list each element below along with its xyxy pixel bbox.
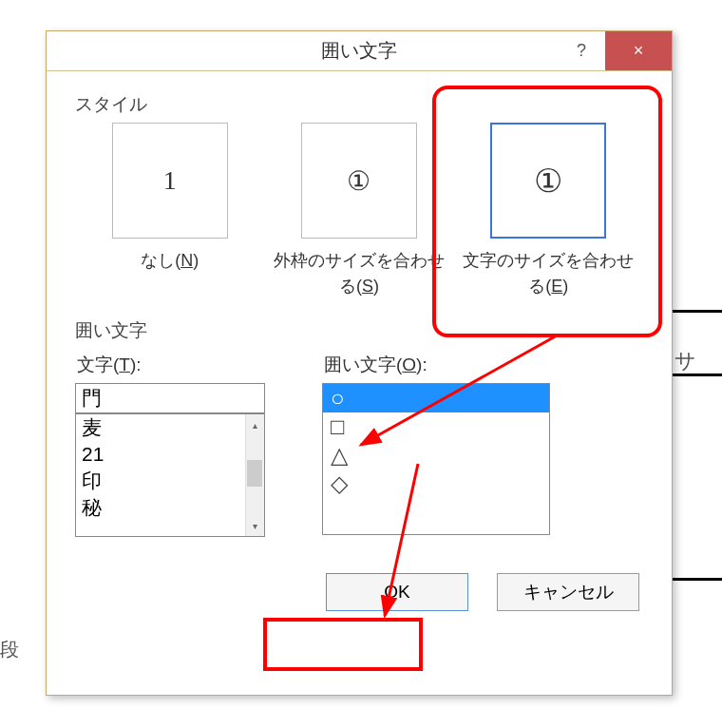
enclosure-option-circle[interactable]: ○ (323, 384, 549, 412)
scroll-down-icon[interactable]: ▾ (246, 515, 264, 536)
annotation-highlight (432, 86, 662, 337)
background-text: 段 (0, 637, 19, 662)
style-preview-shrink: ① (301, 123, 417, 239)
annotation-highlight (263, 618, 423, 671)
enclosure-field-label: 囲い文字(O): (322, 353, 560, 377)
titlebar: 囲い文字 ? × (47, 31, 672, 71)
style-preview-none: 1 (112, 123, 228, 239)
enclosure-option-square[interactable]: □ (323, 412, 549, 441)
text-field-label: 文字(T): (75, 353, 284, 377)
list-item[interactable]: 印 (76, 468, 264, 494)
style-option-none[interactable]: 1 なし(N) (80, 123, 260, 274)
style-caption: なし(N) (141, 248, 199, 274)
list-item[interactable]: 秘 (76, 494, 264, 521)
close-button[interactable]: × (605, 31, 672, 70)
background-line (665, 578, 722, 581)
style-caption: 外枠のサイズを合わせる(S) (269, 248, 449, 299)
scroll-thumb[interactable] (247, 460, 262, 487)
dialog-title: 囲い文字 (321, 38, 397, 64)
scrollbar[interactable]: ▴ ▾ (245, 414, 264, 536)
background-text: サ (674, 347, 696, 375)
ok-button[interactable]: OK (326, 573, 468, 611)
enclosure-list[interactable]: ○ □ △ ◇ (322, 383, 550, 535)
text-suggestions-list[interactable]: 麦 21 印 秘 ▴ ▾ (75, 413, 265, 537)
cancel-button[interactable]: キャンセル (497, 573, 639, 611)
scroll-up-icon[interactable]: ▴ (246, 414, 264, 435)
list-item[interactable]: 麦 (76, 414, 264, 441)
enclosure-option-diamond[interactable]: ◇ (323, 469, 549, 498)
enclosure-option-triangle[interactable]: △ (323, 441, 549, 469)
list-item[interactable]: 21 (76, 441, 264, 468)
background-line (665, 310, 722, 313)
background-line (665, 374, 722, 376)
help-button[interactable]: ? (558, 31, 605, 70)
style-option-shrink-enclosure[interactable]: ① 外枠のサイズを合わせる(S) (269, 123, 449, 299)
text-input[interactable] (75, 383, 265, 413)
